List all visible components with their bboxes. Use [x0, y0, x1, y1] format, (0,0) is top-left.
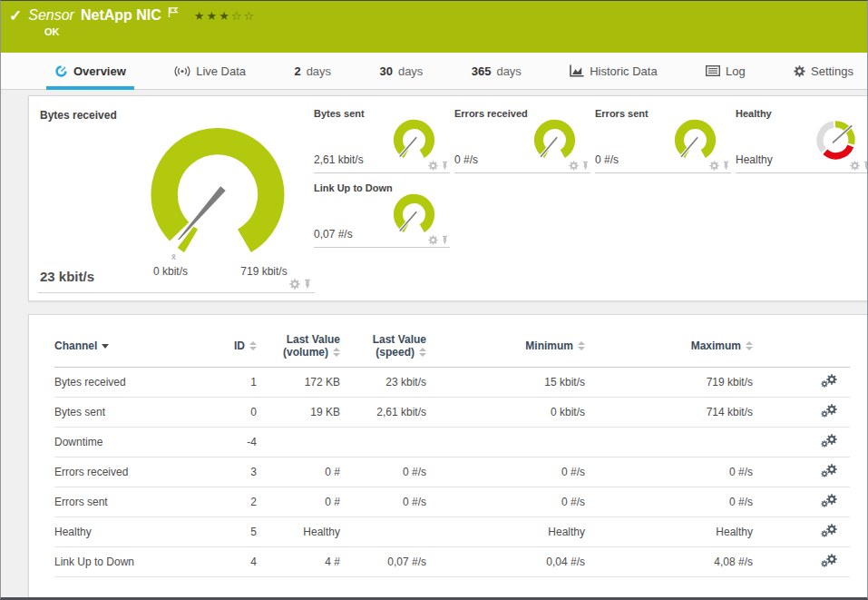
tab-label: Settings: [811, 64, 853, 78]
star-icon-empty[interactable]: ☆: [243, 9, 256, 23]
gauge-bytes-received: Bytes received x̄ 0 kbit/s 719 kbit/s 23…: [38, 103, 315, 293]
gauge-settings-icon[interactable]: [850, 161, 860, 171]
cell-maximum: 714 kbit/s: [587, 398, 755, 428]
gauge-errors-received: Errors received 0 #/s: [454, 103, 590, 173]
cell-minimum: 15 kbit/s: [428, 368, 587, 398]
cell-last-value-volume: 4 #: [258, 547, 342, 577]
column-header-last-value-volume[interactable]: Last Value (volume): [258, 328, 342, 368]
star-icon-filled[interactable]: ★: [219, 9, 231, 23]
tab-historic-data[interactable]: Historic Data: [561, 53, 665, 89]
cell-id: 2: [204, 487, 258, 517]
log-icon: [706, 65, 720, 76]
pin-icon[interactable]: [722, 161, 730, 171]
pin-icon[interactable]: [581, 161, 590, 171]
gauge-settings-icon[interactable]: [428, 235, 438, 245]
cell-channel: Downtime: [54, 428, 204, 457]
gauge-dial: [668, 112, 722, 165]
gauge-settings-icon[interactable]: [709, 161, 719, 171]
gauge-needle: [175, 185, 227, 242]
cell-minimum: 0 kbit/s: [428, 398, 587, 428]
tab-live-data[interactable]: Live Data: [166, 53, 254, 89]
gauge-dial: [809, 112, 863, 165]
channel-settings-icon[interactable]: [821, 434, 837, 448]
gauges-panel: Bytes received x̄ 0 kbit/s 719 kbit/s 23…: [28, 95, 868, 301]
cell-id: -4: [204, 428, 258, 457]
cell-last-value-speed: 0,07 #/s: [342, 547, 428, 577]
star-icon-filled[interactable]: ★: [194, 9, 207, 23]
table-row: Bytes received 1 172 KB 23 kbit/s 15 kbi…: [54, 368, 850, 398]
column-header-id[interactable]: ID: [204, 328, 258, 368]
gauge-value: Healthy: [736, 153, 773, 166]
broadcast-icon: [174, 65, 190, 77]
gauge-value: 0 #/s: [595, 153, 619, 166]
channel-settings-icon[interactable]: [821, 464, 837, 477]
column-header-maximum[interactable]: Maximum: [587, 328, 755, 368]
cell-last-value-volume: 172 KB: [258, 368, 342, 398]
small-gauges-grid: Bytes sent 2,61 kbit/s Errors received: [314, 103, 868, 248]
cell-last-value-volume: 19 KB: [258, 398, 342, 428]
channel-settings-icon[interactable]: [821, 494, 837, 507]
gauge-settings-icon[interactable]: [569, 161, 579, 171]
cell-last-value-speed: 23 kbit/s: [342, 368, 428, 398]
rating-stars[interactable]: ★★★☆☆: [194, 9, 256, 23]
sort-desc-icon: [102, 344, 109, 349]
gauge-settings-icon[interactable]: [289, 279, 300, 290]
star-icon-empty[interactable]: ☆: [231, 9, 244, 23]
status-check-icon: ✓: [9, 8, 22, 24]
pin-icon[interactable]: [441, 161, 449, 171]
column-header-last-value-speed[interactable]: Last Value (speed): [342, 328, 428, 368]
gauge-icon: [54, 64, 68, 78]
cell-channel: Bytes sent: [54, 398, 204, 428]
cell-last-value-volume: 0 #: [258, 457, 342, 487]
page-title: NetApp NIC: [81, 7, 161, 24]
cell-minimum: [428, 428, 587, 457]
tab-overview[interactable]: Overview: [46, 53, 134, 89]
gauge-value: 23 kbit/s: [40, 269, 94, 284]
tab-unit: days: [307, 64, 331, 78]
cell-id: 0: [204, 398, 258, 428]
star-icon-filled[interactable]: ★: [207, 9, 219, 23]
tab-number: 365: [472, 64, 492, 78]
gauge-errors-sent: Errors sent 0 #/s: [595, 103, 731, 173]
tab-log[interactable]: Log: [697, 53, 754, 89]
tab-settings[interactable]: Settings: [785, 53, 862, 89]
tab-label: Historic Data: [590, 64, 657, 78]
tab-365-days[interactable]: 365 days: [463, 53, 530, 89]
cell-minimum: 0 #/s: [428, 457, 587, 487]
gauge-title: Bytes received: [40, 109, 117, 122]
gauge-settings-icon[interactable]: [428, 161, 438, 171]
cell-minimum: 0,04 #/s: [428, 547, 587, 577]
gauge-healthy: Healthy Healthy: [736, 103, 868, 173]
gauge-min-label: 0 kbit/s: [153, 265, 188, 278]
tab-number: 30: [379, 64, 392, 78]
table-row: Errors received 3 0 # 0 #/s 0 #/s 0 #/s: [54, 457, 850, 487]
pin-icon[interactable]: [863, 161, 868, 171]
table-row: Errors sent 2 0 # 0 #/s 0 #/s 0 #/s: [54, 487, 850, 517]
cell-channel: Errors sent: [54, 487, 204, 517]
pin-icon[interactable]: [303, 279, 312, 290]
channel-settings-icon[interactable]: [821, 524, 837, 537]
gauge-dial: x̄: [129, 114, 307, 266]
gauge-dial: [528, 112, 581, 165]
cell-last-value-volume: [258, 428, 342, 457]
cell-last-value-volume: Healthy: [258, 517, 342, 547]
cell-maximum: [587, 428, 755, 457]
tab-2-days[interactable]: 2 days: [286, 53, 339, 89]
gauge-dial: [387, 112, 441, 165]
cell-maximum: 719 kbit/s: [587, 368, 755, 398]
pin-icon[interactable]: [441, 235, 449, 245]
cell-maximum: Healthy: [587, 517, 755, 547]
tab-label: Overview: [73, 64, 126, 78]
channel-settings-icon[interactable]: [821, 404, 837, 418]
gauge-bytes-sent: Bytes sent 2,61 kbit/s: [314, 103, 450, 173]
tab-number: 2: [294, 64, 300, 78]
column-header-minimum[interactable]: Minimum: [428, 328, 587, 368]
prtg-sensor-page: ✓ Sensor NetApp NIC ★★★☆☆ OK Overview Li: [0, 0, 868, 600]
gauge-value: 0,07 #/s: [314, 228, 353, 241]
cell-minimum: Healthy: [428, 517, 587, 547]
tab-30-days[interactable]: 30 days: [371, 53, 431, 89]
column-header-channel[interactable]: Channel: [54, 328, 204, 368]
channel-settings-icon[interactable]: [821, 554, 837, 567]
flag-icon[interactable]: [168, 6, 179, 18]
channel-settings-icon[interactable]: [821, 374, 837, 388]
